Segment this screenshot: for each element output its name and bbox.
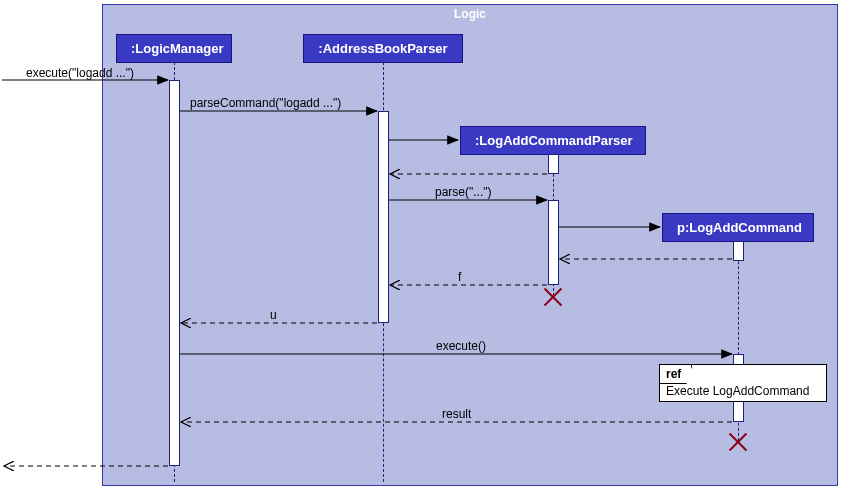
msg-execute: execute() [436,339,486,353]
msg-return-f: f [458,270,461,284]
participant-label: p:LogAddCommand [677,220,802,235]
ref-text: Execute LogAddCommand [666,384,809,398]
msg-return-u: u [270,308,277,322]
participant-logaddcommandparser: :LogAddCommandParser [460,126,646,155]
msg-parsecommand: parseCommand("logadd ...") [190,96,341,110]
ref-label: ref [660,365,692,384]
activation-lacp-2 [548,200,559,285]
participant-label: :LogicManager [131,41,223,56]
participant-addressbookparser: :AddressBookParser [303,34,463,63]
msg-execute-gate: execute("logadd ...") [26,66,134,80]
participant-logaddcommand: p:LogAddCommand [662,213,814,242]
participant-label: :AddressBookParser [318,41,447,56]
activation-lm [169,80,180,466]
destroy-icon [541,285,565,309]
participant-logicmanager: :LogicManager [116,34,232,63]
destroy-icon [726,430,750,454]
msg-parse: parse("...") [435,185,492,199]
activation-abp [378,111,389,323]
msg-return-result: result [442,407,471,421]
frame-title: Logic [454,7,486,21]
activation-lacp-1 [548,154,559,174]
ref-execute-logaddcommand: ref Execute LogAddCommand [659,364,827,402]
activation-lac-1 [733,241,744,261]
participant-label: :LogAddCommandParser [475,133,632,148]
